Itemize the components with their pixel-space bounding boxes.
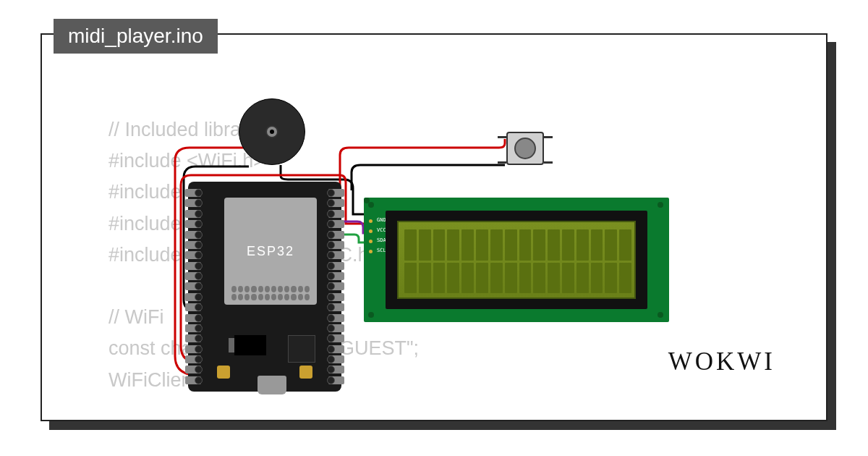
esp32-boot-button bbox=[217, 366, 230, 379]
lcd-pin-gnd: GND bbox=[377, 217, 386, 223]
lcd-pin-scl: SCL bbox=[377, 248, 386, 253]
esp32-shield: ESP32 bbox=[224, 198, 317, 305]
lcd-component: GND VCC SDA SCL bbox=[364, 198, 669, 322]
project-card: // Included libraries #include <WiFi.h> … bbox=[41, 33, 827, 421]
lcd-screen bbox=[397, 221, 636, 299]
wokwi-logo: WOKWI bbox=[668, 347, 775, 376]
circuit-diagram: GND VCC SDA SCL ESP32 bbox=[172, 107, 693, 397]
mcu-label: ESP32 bbox=[247, 244, 294, 259]
push-button-component bbox=[499, 129, 551, 168]
lcd-pin-vcc: VCC bbox=[377, 227, 386, 233]
esp32-reset-button bbox=[299, 366, 312, 379]
esp32-component: ESP32 bbox=[181, 174, 349, 399]
buzzer-component bbox=[239, 98, 305, 165]
buzzer-icon bbox=[265, 125, 278, 138]
filename-tab: midi_player.ino bbox=[54, 19, 218, 54]
button-cap-icon bbox=[514, 138, 536, 159]
lcd-pin-sda: SDA bbox=[377, 237, 386, 243]
usb-port-icon bbox=[258, 376, 286, 394]
